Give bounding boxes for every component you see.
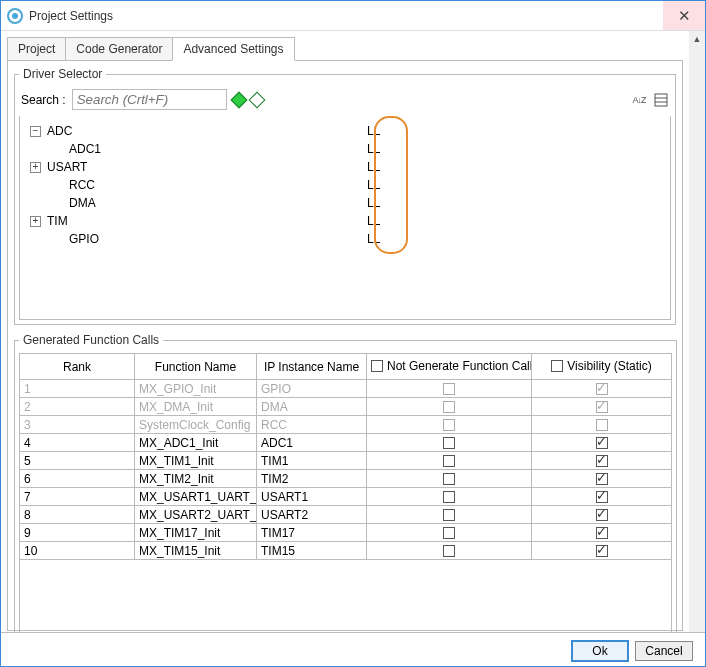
cell-visibility — [532, 416, 672, 434]
sort-icon[interactable]: A↓Z — [631, 92, 647, 108]
tab-panel: Driver Selector Search : A↓Z −ADCLLADC1L… — [7, 60, 683, 631]
checkbox-icon — [443, 437, 455, 449]
table-row[interactable]: 4MX_ADC1_InitADC1 — [20, 434, 672, 452]
tab-advanced-settings[interactable]: Advanced Settings — [172, 37, 294, 61]
tree-label: DMA — [47, 196, 367, 210]
driver-tree[interactable]: −ADCLLADC1LL+USARTLLRCCLLDMALL+TIMLLGPIO… — [19, 116, 671, 320]
cell-visibility[interactable] — [532, 470, 672, 488]
cancel-button[interactable]: Cancel — [635, 641, 693, 661]
cell-rank: 8 — [20, 506, 135, 524]
tree-row[interactable]: ADC1LL — [20, 140, 670, 158]
cell-visibility[interactable] — [532, 506, 672, 524]
cell-not-generate[interactable] — [367, 434, 532, 452]
search-input[interactable] — [72, 89, 227, 110]
cell-rank: 10 — [20, 542, 135, 560]
tree-row[interactable]: −ADCLL — [20, 122, 670, 140]
cell-rank: 3 — [20, 416, 135, 434]
tree-row[interactable]: RCCLL — [20, 176, 670, 194]
prev-match-icon[interactable] — [248, 91, 265, 108]
tree-label: ADC1 — [47, 142, 367, 156]
tree-row[interactable]: GPIOLL — [20, 230, 670, 248]
col-not-generate[interactable]: Not Generate Function Call — [367, 354, 532, 380]
generated-legend: Generated Function Calls — [19, 333, 163, 347]
close-button[interactable]: ✕ — [663, 1, 705, 30]
col-rank[interactable]: Rank — [20, 354, 135, 380]
checkbox-icon — [443, 473, 455, 485]
cell-function-name: MX_ADC1_Init — [135, 434, 257, 452]
cell-ip-instance: USART2 — [257, 506, 367, 524]
cell-visibility[interactable] — [532, 542, 672, 560]
cell-ip-instance: TIM2 — [257, 470, 367, 488]
cell-function-name: SystemClock_Config — [135, 416, 257, 434]
tab-code-generator[interactable]: Code Generator — [65, 37, 173, 61]
checkbox-icon — [596, 419, 608, 431]
table-row[interactable]: 9MX_TIM17_InitTIM17 — [20, 524, 672, 542]
expand-icon[interactable]: + — [30, 216, 41, 227]
table-row[interactable]: 10MX_TIM15_InitTIM15 — [20, 542, 672, 560]
cell-ip-instance: TIM17 — [257, 524, 367, 542]
cell-function-name: MX_TIM17_Init — [135, 524, 257, 542]
cell-function-name: MX_TIM15_Init — [135, 542, 257, 560]
col-ip-instance[interactable]: IP Instance Name — [257, 354, 367, 380]
function-table: Rank Function Name IP Instance Name Not … — [19, 353, 672, 560]
cell-ip-instance: ADC1 — [257, 434, 367, 452]
cell-not-generate[interactable] — [367, 542, 532, 560]
ok-button[interactable]: Ok — [571, 640, 629, 662]
tree-row[interactable]: +USARTLL — [20, 158, 670, 176]
table-row[interactable]: 8MX_USART2_UART_InitUSART2 — [20, 506, 672, 524]
scrollbar-vertical[interactable]: ▲ — [689, 31, 705, 632]
cell-visibility[interactable] — [532, 488, 672, 506]
scroll-up-icon[interactable]: ▲ — [689, 31, 705, 47]
checkbox-icon — [443, 455, 455, 467]
cell-visibility — [532, 398, 672, 416]
tree-row[interactable]: DMALL — [20, 194, 670, 212]
generated-function-calls-group: Generated Function Calls Rank Function N… — [14, 333, 677, 632]
table-row[interactable]: 3SystemClock_ConfigRCC — [20, 416, 672, 434]
list-view-icon[interactable] — [653, 92, 669, 108]
cell-ip-instance: RCC — [257, 416, 367, 434]
expand-icon[interactable]: + — [30, 162, 41, 173]
tree-row[interactable]: +TIMLL — [20, 212, 670, 230]
cell-rank: 7 — [20, 488, 135, 506]
collapse-icon[interactable]: − — [30, 126, 41, 137]
highlight-annotation — [374, 116, 408, 254]
col-visibility[interactable]: Visibility (Static) — [532, 354, 672, 380]
tree-label: ADC — [47, 124, 367, 138]
dialog-footer: Ok Cancel — [1, 632, 705, 667]
col-function-name[interactable]: Function Name — [135, 354, 257, 380]
cell-rank: 4 — [20, 434, 135, 452]
table-row[interactable]: 1MX_GPIO_InitGPIO — [20, 380, 672, 398]
cell-visibility[interactable] — [532, 434, 672, 452]
cell-not-generate[interactable] — [367, 470, 532, 488]
cell-function-name: MX_DMA_Init — [135, 398, 257, 416]
checkbox-icon — [596, 383, 608, 395]
checkbox-icon — [596, 473, 608, 485]
cell-not-generate[interactable] — [367, 506, 532, 524]
search-label: Search : — [21, 93, 66, 107]
cell-not-generate[interactable] — [367, 488, 532, 506]
cell-rank: 9 — [20, 524, 135, 542]
table-row[interactable]: 5MX_TIM1_InitTIM1 — [20, 452, 672, 470]
tree-label: RCC — [47, 178, 367, 192]
cell-not-generate[interactable] — [367, 452, 532, 470]
checkbox-icon — [596, 545, 608, 557]
table-row[interactable]: 6MX_TIM2_InitTIM2 — [20, 470, 672, 488]
cell-visibility[interactable] — [532, 452, 672, 470]
titlebar: Project Settings ✕ — [1, 1, 705, 31]
cell-not-generate — [367, 416, 532, 434]
table-row[interactable]: 7MX_USART1_UART_InitUSART1 — [20, 488, 672, 506]
tab-project[interactable]: Project — [7, 37, 66, 61]
cell-visibility — [532, 380, 672, 398]
cell-not-generate — [367, 380, 532, 398]
svg-rect-0 — [655, 94, 667, 106]
cell-not-generate[interactable] — [367, 524, 532, 542]
next-match-icon[interactable] — [230, 91, 247, 108]
table-row[interactable]: 2MX_DMA_InitDMA — [20, 398, 672, 416]
cell-function-name: MX_TIM2_Init — [135, 470, 257, 488]
cell-rank: 6 — [20, 470, 135, 488]
cell-function-name: MX_USART1_UART_Init — [135, 488, 257, 506]
cell-visibility[interactable] — [532, 524, 672, 542]
checkbox-icon — [443, 545, 455, 557]
driver-selector-legend: Driver Selector — [19, 67, 106, 81]
window-title: Project Settings — [29, 9, 663, 23]
